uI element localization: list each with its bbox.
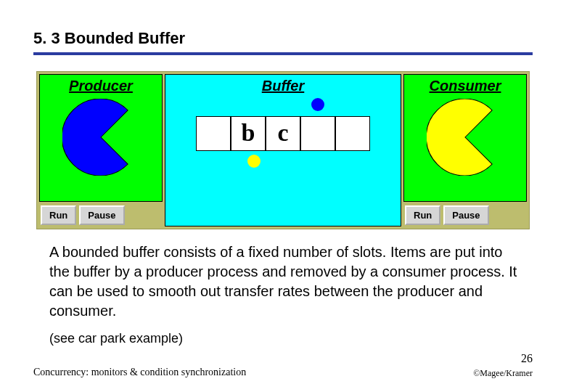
buffer-slot xyxy=(300,116,335,151)
buffer-panel: Buffer b c xyxy=(165,74,401,226)
footer-copyright: ©Magee/Kramer xyxy=(473,368,533,379)
buffer-slot xyxy=(335,116,370,151)
slide-footer: Concurrency: monitors & condition synchr… xyxy=(33,367,533,379)
see-also-text: (see car park example) xyxy=(33,321,533,346)
consumer-panel: Consumer xyxy=(403,74,527,202)
slide-title: 5. 3 Bounded Buffer xyxy=(33,29,533,48)
applet-panel: Producer Buffer b c Consumer xyxy=(36,71,530,229)
consumer-run-button[interactable]: Run xyxy=(405,205,440,225)
producer-pacman-icon xyxy=(62,99,139,176)
producer-panel: Producer xyxy=(39,74,163,202)
consumer-dot-icon xyxy=(247,155,261,168)
buffer-slots: b c xyxy=(196,116,370,151)
body-text: A bounded buffer consists of a fixed num… xyxy=(33,242,533,321)
consumer-controls: Run Pause xyxy=(403,204,527,226)
producer-controls: Run Pause xyxy=(39,204,163,226)
title-rule xyxy=(33,52,533,55)
footer-page-number: 26 xyxy=(521,352,533,365)
buffer-bottom-dot-row xyxy=(165,151,401,171)
producer-run-button[interactable]: Run xyxy=(41,205,76,225)
buffer-label: Buffer xyxy=(262,78,305,94)
buffer-slot: b xyxy=(231,116,266,151)
footer-left: Concurrency: monitors & condition synchr… xyxy=(33,367,246,378)
consumer-pacman-icon xyxy=(427,99,504,176)
consumer-label: Consumer xyxy=(430,78,501,94)
producer-pause-button[interactable]: Pause xyxy=(79,205,124,225)
buffer-top-dot-row xyxy=(165,94,401,115)
buffer-slot xyxy=(196,116,231,151)
producer-dot-icon xyxy=(311,98,324,111)
buffer-slot: c xyxy=(266,116,300,151)
producer-label: Producer xyxy=(69,78,133,94)
consumer-pause-button[interactable]: Pause xyxy=(443,205,488,225)
